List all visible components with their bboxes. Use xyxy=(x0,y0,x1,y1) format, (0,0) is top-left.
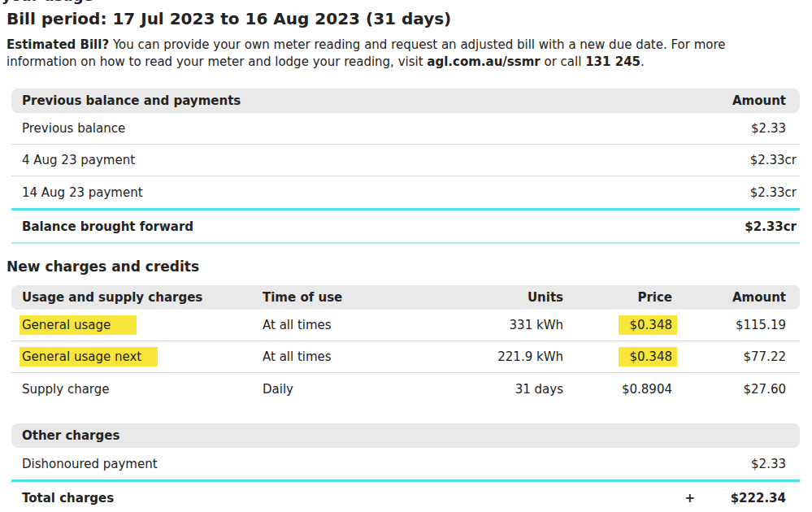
cropped-heading-text: your usage xyxy=(2,0,93,4)
balance-brought-forward-row: Balance brought forward $2.33cr xyxy=(11,210,800,242)
usage-charges-table-header: Usage and supply charges Time of use Uni… xyxy=(11,285,800,310)
col-header-price: Price xyxy=(563,290,672,305)
ssmr-url: agl.com.au/ssmr xyxy=(427,54,540,69)
row-price: $0.348 xyxy=(563,318,672,332)
cropped-heading-fragment: your usage xyxy=(0,0,812,7)
col-header-units: Units xyxy=(417,290,563,305)
row-label: General usage next xyxy=(22,349,263,364)
row-label: Total charges xyxy=(22,491,558,505)
row-time-of-use: Daily xyxy=(263,382,417,397)
table-row: General usage next At all times 221.9 kW… xyxy=(11,341,800,373)
previous-balance-table-title: Previous balance and payments xyxy=(22,93,672,108)
col-header-amount: Amount xyxy=(672,290,786,305)
row-units: 31 days xyxy=(417,382,563,397)
row-amount: $115.19 xyxy=(672,318,786,332)
other-charges-title: Other charges xyxy=(22,428,672,443)
estimated-bill-lead: Estimated Bill? xyxy=(7,37,109,52)
divider-cyan-light xyxy=(11,242,800,244)
row-label: General usage xyxy=(22,318,263,332)
total-charges-row: Total charges + $222.34 xyxy=(11,482,800,512)
highlight-mark: General usage next xyxy=(20,347,158,367)
bill-period-heading: Bill period: 17 Jul 2023 to 16 Aug 2023 … xyxy=(7,8,812,29)
row-label: Previous balance xyxy=(22,121,672,136)
highlight-mark: $0.348 xyxy=(619,347,678,367)
table-row: Dishonoured payment $2.33 xyxy=(11,448,800,479)
intro-line2-mid: or call xyxy=(541,54,585,69)
row-label: 14 Aug 23 payment xyxy=(22,185,672,200)
row-amount: $2.33cr xyxy=(672,219,797,234)
row-label: Dishonoured payment xyxy=(22,457,672,471)
row-units: 221.9 kWh xyxy=(417,349,563,364)
row-price: $0.348 xyxy=(563,349,672,364)
row-amount: $77.22 xyxy=(672,349,786,364)
table-row: Previous balance $2.33 xyxy=(11,113,800,145)
row-time-of-use: At all times xyxy=(263,349,417,364)
row-amount: $2.33cr xyxy=(672,153,797,167)
row-label: Supply charge xyxy=(22,382,263,397)
table-row: Supply charge Daily 31 days $0.8904 $27.… xyxy=(11,373,800,405)
row-amount: $222.34 xyxy=(695,491,786,505)
row-amount: $2.33 xyxy=(672,457,786,471)
row-time-of-use: At all times xyxy=(263,318,417,332)
table-row: 4 Aug 23 payment $2.33cr xyxy=(11,145,800,176)
intro-line2-text: information on how to read your meter an… xyxy=(7,54,427,69)
phone-number: 131 245 xyxy=(585,54,640,69)
row-price: $0.8904 xyxy=(563,382,672,397)
previous-balance-table-header: Previous balance and payments Amount xyxy=(11,89,800,113)
intro-line1-text: You can provide your own meter reading a… xyxy=(109,37,725,52)
other-charges-table: Other charges Dishonoured payment $2.33 … xyxy=(11,423,800,512)
col-header-time-of-use: Time of use xyxy=(263,290,417,305)
table-row: General usage At all times 331 kWh $0.34… xyxy=(11,310,800,341)
total-operator: + xyxy=(558,491,695,505)
new-charges-heading: New charges and credits xyxy=(7,258,812,276)
intro-line2-end: . xyxy=(640,54,645,69)
usage-charges-table: Usage and supply charges Time of use Uni… xyxy=(11,285,800,405)
row-amount: $27.60 xyxy=(672,382,786,397)
highlight-mark: $0.348 xyxy=(619,315,678,335)
estimated-bill-paragraph: Estimated Bill? You can provide your own… xyxy=(7,37,787,71)
row-amount: $2.33cr xyxy=(672,185,797,200)
row-label: Balance brought forward xyxy=(22,219,672,234)
row-units: 331 kWh xyxy=(417,318,563,332)
previous-balance-table: Previous balance and payments Amount Pre… xyxy=(11,89,800,244)
row-amount: $2.33 xyxy=(672,121,786,136)
col-header-usage: Usage and supply charges xyxy=(22,290,263,305)
amount-column-header: Amount xyxy=(672,93,786,108)
table-row: 14 Aug 23 payment $2.33cr xyxy=(11,176,800,208)
row-label: 4 Aug 23 payment xyxy=(22,153,672,167)
highlight-mark: General usage xyxy=(20,315,137,335)
other-charges-table-header: Other charges xyxy=(11,423,800,448)
